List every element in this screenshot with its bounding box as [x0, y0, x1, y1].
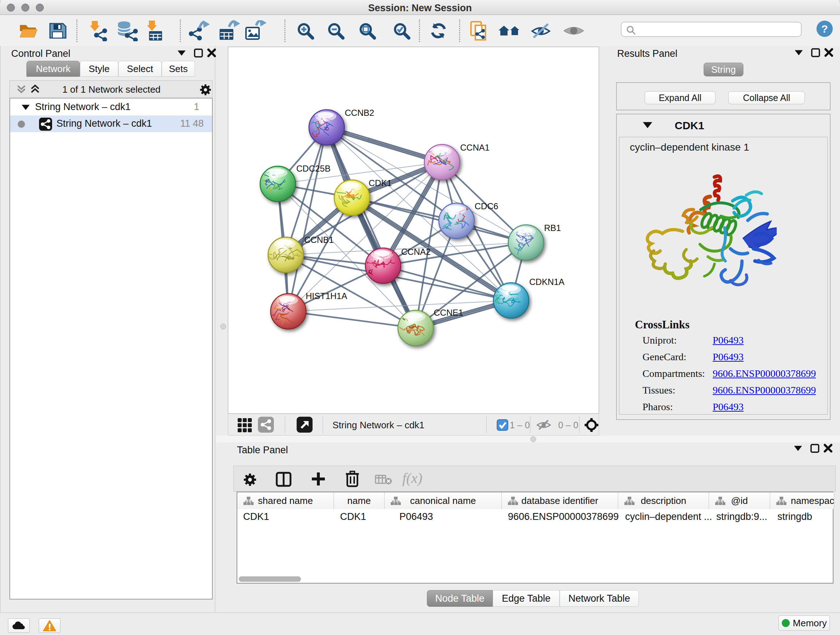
svg-text:CCNA1: CCNA1	[460, 143, 489, 152]
svg-text:CCNB1: CCNB1	[304, 235, 333, 245]
svg-text:CCNB2: CCNB2	[345, 108, 374, 118]
svg-text:CDC6: CDC6	[475, 201, 498, 211]
svg-text:CCNA2: CCNA2	[401, 247, 431, 257]
svg-text:HIST1H1A: HIST1H1A	[306, 291, 347, 301]
svg-text:CDC25B: CDC25B	[296, 164, 331, 173]
svg-text:CDKN1A: CDKN1A	[529, 277, 564, 287]
svg-text:CDK1: CDK1	[369, 178, 392, 188]
svg-text:CCNE1: CCNE1	[434, 308, 463, 318]
svg-text:RB1: RB1	[544, 223, 561, 233]
